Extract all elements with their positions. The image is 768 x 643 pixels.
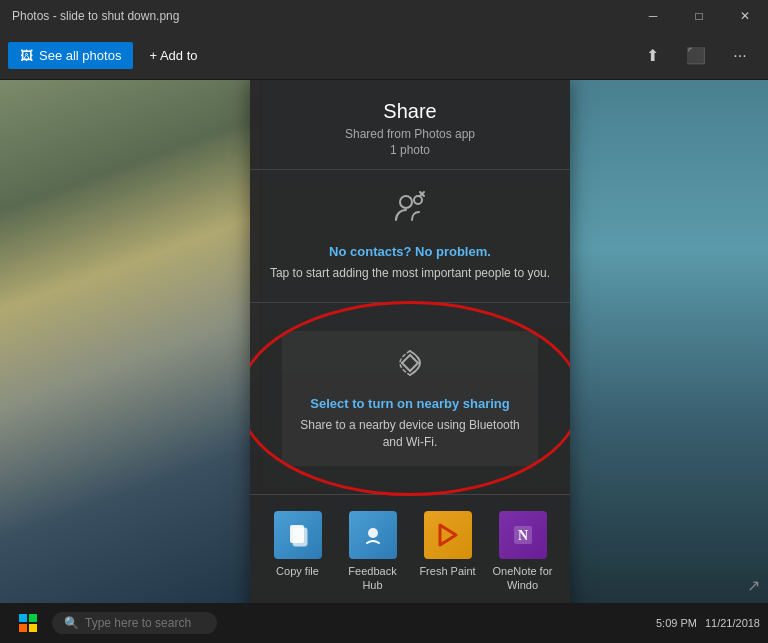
search-icon: 🔍	[64, 616, 79, 630]
app-item-onenote[interactable]: N OneNote for Windo	[487, 503, 558, 599]
print-button[interactable]: ⬛	[676, 36, 716, 76]
onenote-icon: N	[499, 511, 547, 559]
taskbar-time: 5:09 PM	[656, 617, 697, 629]
svg-rect-14	[29, 614, 37, 622]
app-item-feedback-hub[interactable]: Feedback Hub	[337, 503, 408, 599]
taskbar-search[interactable]: 🔍	[52, 612, 217, 634]
minimize-button[interactable]: ─	[630, 0, 676, 32]
contacts-title: No contacts? No problem.	[266, 244, 554, 259]
print-icon: ⬛	[686, 46, 706, 65]
svg-rect-15	[19, 624, 27, 632]
apps-grid: Copy file Feedback Hub	[262, 503, 558, 599]
nearby-icon	[298, 347, 522, 386]
more-icon: ···	[733, 47, 746, 65]
maximize-button[interactable]: □	[676, 0, 722, 32]
share-subtitle: Shared from Photos app	[266, 127, 554, 141]
app-toolbar: 🖼 See all photos + Add to ⬆ ⬛ ···	[0, 32, 768, 80]
contacts-section[interactable]: No contacts? No problem. Tap to start ad…	[250, 170, 570, 303]
resize-handle[interactable]: ↗	[747, 576, 760, 595]
copy-file-label: Copy file	[276, 565, 319, 578]
svg-point-6	[368, 528, 378, 538]
taskbar: 🔍 5:09 PM 11/21/2018	[0, 603, 768, 643]
more-button[interactable]: ···	[720, 36, 760, 76]
svg-rect-5	[293, 528, 307, 546]
fresh-paint-label: Fresh Paint	[419, 565, 475, 578]
nearby-sharing-section[interactable]: Select to turn on nearby sharing Share t…	[282, 331, 538, 467]
svg-text:N: N	[517, 528, 527, 543]
share-icon: ⬆	[646, 46, 659, 65]
nearby-desc: Share to a nearby device using Bluetooth…	[298, 417, 522, 451]
nearby-section-wrapper: Select to turn on nearby sharing Share t…	[266, 319, 554, 479]
contacts-icon	[266, 190, 554, 234]
share-button[interactable]: ⬆	[632, 36, 672, 76]
search-input[interactable]	[85, 616, 205, 630]
fresh-paint-icon	[424, 511, 472, 559]
svg-rect-13	[19, 614, 27, 622]
contacts-desc: Tap to start adding the most important p…	[266, 265, 554, 282]
feedback-hub-icon	[349, 511, 397, 559]
photo-left	[0, 80, 260, 643]
svg-point-0	[400, 196, 412, 208]
window-title: Photos - slide to shut down.png	[12, 9, 179, 23]
share-title: Share	[266, 100, 554, 123]
app-item-fresh-paint[interactable]: Fresh Paint	[412, 503, 483, 599]
feedback-hub-label: Feedback Hub	[341, 565, 404, 591]
onenote-label: OneNote for Windo	[491, 565, 554, 591]
panel-header: Share Shared from Photos app 1 photo	[250, 80, 570, 170]
share-count: 1 photo	[266, 143, 554, 157]
share-panel: Share Shared from Photos app 1 photo No …	[250, 80, 570, 643]
toolbar-right: ⬆ ⬛ ···	[632, 36, 760, 76]
start-button[interactable]	[8, 603, 48, 643]
window-controls: ─ □ ✕	[630, 0, 768, 32]
close-button[interactable]: ✕	[722, 0, 768, 32]
title-bar: Photos - slide to shut down.png ─ □ ✕	[0, 0, 768, 32]
taskbar-date: 11/21/2018	[705, 617, 760, 629]
main-content: Share Shared from Photos app 1 photo No …	[0, 80, 768, 643]
copy-file-icon	[274, 511, 322, 559]
add-to-button[interactable]: + Add to	[137, 42, 209, 69]
app-item-copy-file[interactable]: Copy file	[262, 503, 333, 599]
svg-marker-7	[440, 525, 456, 545]
svg-point-1	[414, 196, 422, 204]
svg-rect-16	[29, 624, 37, 632]
nearby-title: Select to turn on nearby sharing	[298, 396, 522, 411]
add-icon: + Add to	[149, 48, 197, 63]
see-all-photos-button[interactable]: 🖼 See all photos	[8, 42, 133, 69]
photos-icon: 🖼	[20, 48, 33, 63]
taskbar-right: 5:09 PM 11/21/2018	[656, 617, 760, 629]
